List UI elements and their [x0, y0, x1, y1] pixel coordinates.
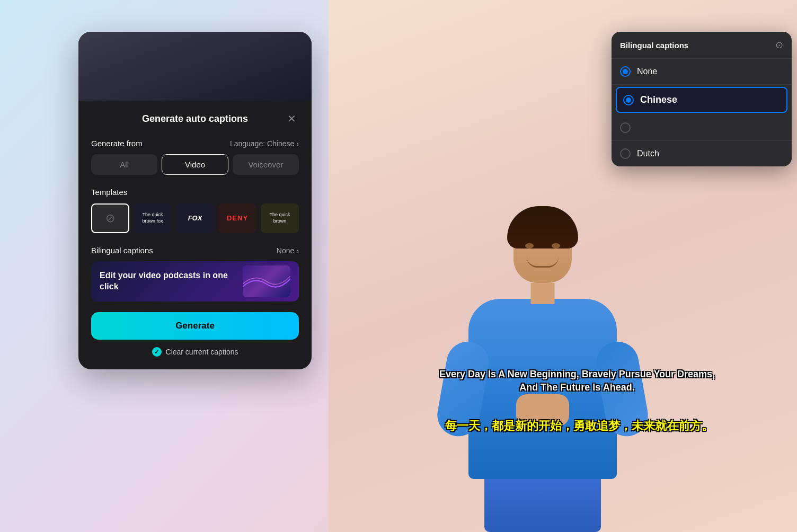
clear-label: Clear current captions	[166, 348, 238, 356]
bilingual-label: Bilingual captions	[91, 246, 153, 255]
dropdown-close-icon[interactable]: ⊙	[775, 39, 783, 51]
template-none[interactable]: ⊘	[91, 203, 129, 233]
dropdown-option-empty[interactable]	[612, 115, 792, 141]
generate-captions-modal: Generate auto captions ✕ Generate from L…	[78, 32, 312, 369]
person-neck	[531, 283, 555, 304]
person-smile	[527, 257, 559, 268]
no-style-icon: ⊘	[105, 211, 115, 225]
option-dutch-label: Dutch	[637, 149, 659, 158]
radio-none	[620, 66, 631, 77]
option-none-label: None	[637, 67, 657, 76]
template-quick-brown[interactable]: The quick brown	[261, 203, 299, 233]
bilingual-section: Bilingual captions None › Edit your vide…	[91, 246, 299, 302]
video-preview-thumbnail	[78, 32, 312, 101]
radio-none-inner	[623, 69, 628, 74]
promo-wave-graphic	[243, 265, 290, 297]
dropdown-option-none[interactable]: None	[612, 59, 792, 85]
modal-header: Generate auto captions ✕	[91, 111, 299, 126]
template-fox-text[interactable]: The quick brown fox	[134, 203, 172, 233]
promo-text: Edit your video podcasts in one click	[100, 270, 234, 292]
generate-from-label: Generate from	[91, 139, 143, 148]
bilingual-row: Bilingual captions None ›	[91, 246, 299, 255]
chinese-caption: 每一天，都是新的开始，勇敢追梦，未来就在前方。	[415, 418, 743, 434]
radio-chinese-inner	[626, 97, 631, 103]
person-eye-left	[525, 243, 534, 249]
radio-dutch	[620, 148, 631, 159]
modal-title: Generate auto captions	[106, 113, 284, 125]
person-eye-right	[552, 243, 560, 249]
bilingual-value-link[interactable]: None ›	[277, 246, 299, 255]
clear-row: ✓ Clear current captions	[91, 347, 299, 357]
template-deny[interactable]: DENY	[218, 203, 256, 233]
person-head	[513, 217, 572, 283]
bilingual-captions-dropdown: Bilingual captions ⊙ None Chinese Dutch	[612, 32, 792, 166]
dropdown-title: Bilingual captions	[620, 41, 688, 50]
dropdown-option-chinese[interactable]: Chinese	[616, 87, 787, 113]
templates-label: Templates	[91, 188, 127, 197]
templates-section: Templates ⊘ The quick brown fox FOX DENY…	[91, 188, 299, 233]
templates-scroll: ⊘ The quick brown fox FOX DENY The quick…	[91, 203, 299, 233]
template-fox-bold[interactable]: FOX	[176, 203, 214, 233]
promo-visual	[243, 265, 290, 297]
all-toggle-button[interactable]: All	[91, 154, 157, 175]
person-container	[442, 135, 643, 532]
voiceover-toggle-button[interactable]: Voiceover	[233, 154, 299, 175]
close-button[interactable]: ✕	[284, 111, 299, 126]
clear-checkbox[interactable]: ✓	[152, 347, 162, 357]
checkmark-icon: ✓	[154, 349, 159, 356]
source-toggle-group: All Video Voiceover	[91, 154, 299, 175]
language-link[interactable]: Language: Chinese ›	[230, 139, 299, 148]
generate-from-row: Generate from Language: Chinese ›	[91, 139, 299, 148]
chevron-right-icon-2: ›	[296, 246, 299, 255]
dropdown-header: Bilingual captions ⊙	[612, 32, 792, 59]
promo-banner[interactable]: Edit your video podcasts in one click	[91, 261, 299, 302]
radio-empty	[620, 122, 631, 133]
video-toggle-button[interactable]: Video	[162, 154, 228, 175]
english-caption: Every Day Is A New Beginning, Bravely Pu…	[434, 368, 720, 394]
person-hair	[507, 206, 578, 249]
dropdown-option-dutch[interactable]: Dutch	[612, 141, 792, 166]
chevron-right-icon: ›	[296, 139, 299, 148]
radio-chinese	[623, 95, 634, 105]
generate-button[interactable]: Generate	[91, 312, 299, 340]
option-chinese-label: Chinese	[640, 94, 677, 105]
